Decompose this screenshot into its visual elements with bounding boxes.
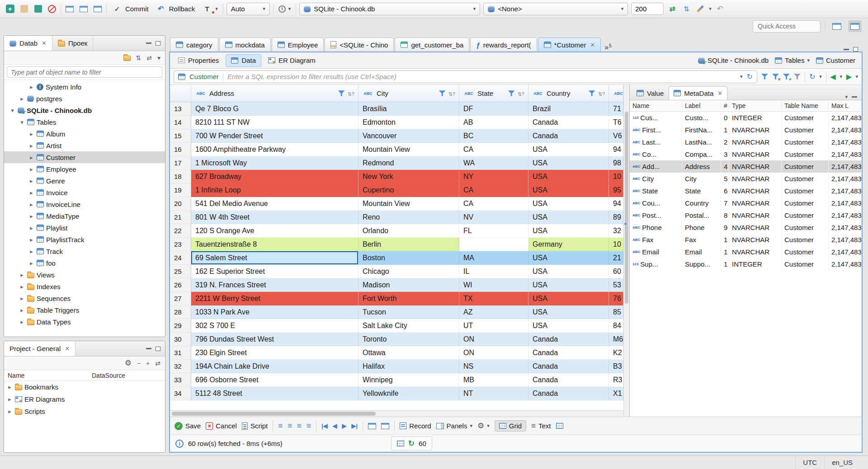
cell-postalcode[interactable]: 89	[609, 211, 623, 224]
meta-cell-number[interactable]: 1	[721, 124, 729, 136]
meta-cell-name[interactable]: State	[630, 185, 682, 197]
cell-state[interactable]: ON	[459, 333, 528, 346]
cell-city[interactable]: Toronto	[359, 333, 459, 346]
tab-project-general[interactable]: Project - General ✕	[4, 341, 75, 356]
cell-state[interactable]: TX	[459, 292, 528, 305]
meta-cell-name[interactable]: Email	[630, 246, 682, 258]
meta-cell-label[interactable]: Custo...	[682, 112, 721, 124]
cell-city[interactable]: New York	[359, 170, 459, 183]
column-header-postalcode[interactable]	[609, 85, 623, 102]
grid-row[interactable]: 18 627 Broadway New York NY USA 10	[170, 170, 623, 183]
meta-cell-type[interactable]: NVARCHAR	[729, 234, 782, 246]
new-connection-icon[interactable]	[5, 4, 15, 14]
table-icon[interactable]	[556, 423, 563, 429]
collapse-all-icon[interactable]: ⇅	[136, 54, 142, 61]
meta-cell-number[interactable]: 0	[721, 112, 729, 124]
view-menu-icon[interactable]: ▾	[845, 94, 848, 100]
meta-cell-maxlength[interactable]: 2,147,483	[829, 246, 862, 258]
cell-postalcode[interactable]: X1	[609, 387, 623, 400]
delete-row-icon[interactable]	[307, 422, 311, 431]
maximize-icon[interactable]	[853, 47, 858, 52]
cell-address[interactable]: 69 Salem Street	[191, 251, 359, 265]
meta-cell-maxlength[interactable]: 2,147,483	[829, 197, 862, 209]
cell-state[interactable]: NY	[459, 170, 528, 183]
editor-tab[interactable]: category	[170, 38, 218, 52]
cell-country[interactable]: USA	[528, 319, 609, 333]
column-header-datasource[interactable]: DataSource	[88, 372, 165, 379]
cell-address[interactable]: 194A Chain Lake Drive	[191, 360, 359, 373]
cell-state[interactable]: BC	[459, 129, 528, 143]
filter-expression-placeholder[interactable]: Enter a SQL expression to filter results…	[227, 73, 396, 80]
metadata-row[interactable]: Sup... Suppo... 1 INTEGER Customer 2,147…	[630, 258, 862, 270]
column-header-address[interactable]: Address	[191, 85, 359, 102]
cell-postalcode[interactable]: 10	[609, 170, 623, 183]
cell-address[interactable]: 627 Broadway	[191, 170, 359, 183]
cell-state[interactable]: WI	[459, 278, 528, 292]
scrollbar-thumb[interactable]	[625, 112, 628, 304]
column-sort-icon[interactable]	[598, 89, 605, 97]
maximize-icon[interactable]	[156, 41, 160, 46]
row-number-cell[interactable]: 26	[170, 278, 191, 292]
cell-country[interactable]: USA	[528, 278, 609, 292]
tree-expander-icon[interactable]	[28, 189, 34, 196]
grid-row[interactable]: 24 69 Salem Street Boston MA USA 21	[170, 251, 623, 265]
cell-postalcode[interactable]: 84	[609, 319, 623, 333]
column-sort-icon[interactable]	[448, 89, 455, 97]
cell-postalcode[interactable]: 95	[609, 183, 623, 197]
script-button[interactable]: Script	[242, 422, 268, 430]
meta-cell-type[interactable]: NVARCHAR	[729, 221, 782, 234]
meta-cell-number[interactable]: 6	[721, 185, 729, 197]
view-menu-icon[interactable]: ▾	[157, 54, 160, 61]
row-number-cell[interactable]: 15	[170, 129, 191, 143]
tab-overflow-indicator[interactable]: »5	[604, 43, 611, 52]
meta-cell-number[interactable]: 1	[721, 234, 729, 246]
horizontal-scrollbar[interactable]	[170, 410, 623, 417]
cell-postalcode[interactable]: B3	[609, 360, 623, 373]
cell-country[interactable]: USA	[528, 292, 609, 305]
meta-cell-tablename[interactable]: Customer	[782, 258, 829, 270]
grid-row[interactable]: 23 Tauentzienstraße 8 Berlin Germany 10	[170, 238, 623, 251]
meta-cell-maxlength[interactable]: 2,147,483	[829, 148, 862, 160]
cell-country[interactable]: Brazil	[528, 102, 609, 116]
cell-city[interactable]: Madison	[359, 278, 459, 292]
meta-cell-name[interactable]: Fax	[630, 234, 682, 246]
cell-postalcode[interactable]: 71	[609, 102, 623, 116]
project-item[interactable]: Scripts	[4, 405, 165, 417]
cell-state[interactable]: NT	[459, 387, 528, 400]
cell-country[interactable]: Canada	[528, 360, 609, 373]
tab-metadata[interactable]: MetaData ✕	[669, 86, 727, 100]
tab-data[interactable]: Data	[226, 54, 261, 67]
grid-row[interactable]: 16 1600 Amphitheatre Parkway Mountain Vi…	[170, 143, 623, 156]
row-number-cell[interactable]: 17	[170, 156, 191, 170]
meta-cell-label[interactable]: Email	[682, 246, 721, 258]
save-button[interactable]: Save	[175, 422, 201, 430]
row-number-cell[interactable]: 29	[170, 319, 191, 333]
meta-cell-type[interactable]: NVARCHAR	[729, 209, 782, 221]
filter-save-icon[interactable]: +	[783, 73, 790, 80]
meta-cell-tablename[interactable]: Customer	[782, 124, 829, 136]
tree-item[interactable]: Artist	[4, 140, 165, 151]
tree-expander-icon[interactable]	[28, 142, 34, 149]
meta-cell-label[interactable]: FirstNa...	[682, 124, 721, 136]
cell-address[interactable]: 1 Infinite Loop	[191, 183, 359, 197]
perspective-general-button[interactable]	[830, 20, 844, 32]
tree-expander-icon[interactable]	[19, 295, 25, 302]
timezone-indicator[interactable]: UTC	[795, 456, 824, 469]
refresh-icon[interactable]	[408, 439, 415, 448]
meta-cell-type[interactable]: NVARCHAR	[729, 246, 782, 258]
cell-city[interactable]: Tucson	[359, 305, 459, 319]
meta-cell-tablename[interactable]: Customer	[782, 197, 829, 209]
reconnect-icon[interactable]	[33, 4, 43, 14]
copy-row-icon[interactable]	[297, 422, 302, 431]
metadata-row[interactable]: State State 6 NVARCHAR Customer 2,147,48…	[630, 185, 862, 197]
filter-history-icon[interactable]: ▾	[740, 74, 743, 80]
meta-cell-maxlength[interactable]: 2,147,483	[829, 234, 862, 246]
tree-item[interactable]: Playlist	[4, 222, 165, 234]
cell-postalcode[interactable]: 32	[609, 224, 623, 238]
meta-cell-number[interactable]: 3	[721, 148, 729, 160]
tree-expander-icon[interactable]	[19, 283, 25, 290]
cell-state[interactable]: AB	[459, 116, 528, 129]
cell-address[interactable]: 162 E Superior Street	[191, 265, 359, 278]
cell-postalcode[interactable]: 53	[609, 278, 623, 292]
cell-postalcode[interactable]: 85	[609, 305, 623, 319]
